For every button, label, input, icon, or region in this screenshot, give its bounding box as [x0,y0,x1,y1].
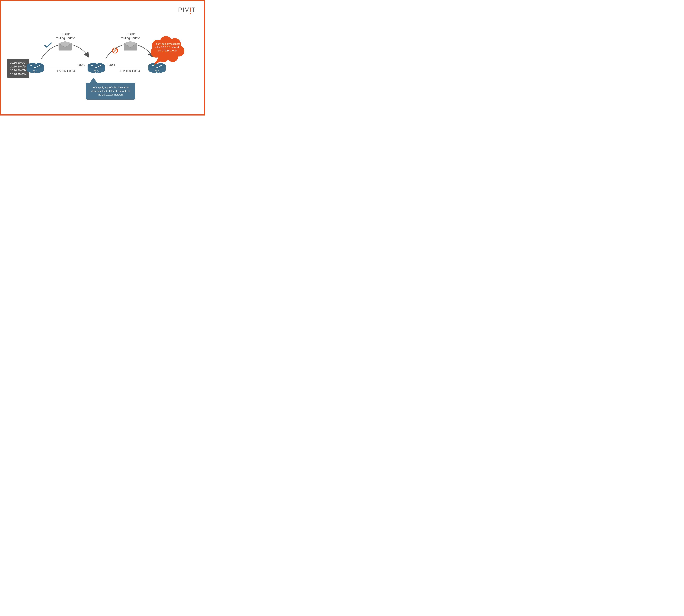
svg-point-5 [88,63,105,69]
net-r1-r2: 172.16.1.0/24 [56,69,75,73]
router-r1: R1 [26,62,44,73]
update-right-label: EIGRP routing update [117,32,144,40]
router-r1-label: R1 [26,69,44,74]
brand-accent: I [189,6,192,13]
link-r1-r2 [42,68,89,68]
update-right-line1: EIGRP [126,32,135,36]
update-right-line2: routing update [121,36,140,40]
svg-point-2 [27,63,44,69]
r2-speech-bubble: Let's apply a prefix list instead of dis… [86,83,135,100]
update-left-label: EIGRP routing update [52,32,79,40]
router-r3-label: R3 [148,69,166,74]
brand-logo: PIVIT [178,6,196,13]
diagram-frame: PIVIT Fa0/0 Fa0/1 172.16.1.0/24 192.168.… [0,0,205,115]
r2-speech-text: Let's apply a prefix list instead of dis… [91,86,130,96]
r1-subnet-2: 10.10.20.0/24 [10,65,27,68]
envelope-left-icon [58,41,72,51]
router-r2-label: R2 [87,69,105,74]
deny-icon [112,47,118,54]
r3-thought-cloud: I don't see any subnets in the 10.0.0.0 … [150,36,185,63]
r3-thought-text: I don't see any subnets in the 10.0.0.0 … [154,42,181,52]
svg-line-12 [113,49,117,52]
r1-subnets-box: 10.10.10.0/24 10.10.20.0/24 10.10.30.0/2… [7,59,29,78]
net-r2-r3: 192.168.1.0/24 [120,69,140,73]
router-r2: R2 [87,62,105,73]
update-left-line1: EIGRP [61,32,70,36]
r1-subnet-3: 10.10.30.0/24 [10,68,27,72]
update-left-line2: routing update [56,36,75,40]
r1-subnet-1: 10.10.10.0/24 [10,61,27,65]
check-icon [44,42,52,48]
iface-r2-fa00: Fa0/0 [77,63,85,67]
link-r2-r3 [105,68,150,68]
envelope-right-icon [123,41,137,51]
r1-subnet-4: 10.10.40.0/24 [10,72,27,76]
iface-r2-fa01: Fa0/1 [108,63,115,67]
brand-dot [190,13,191,14]
